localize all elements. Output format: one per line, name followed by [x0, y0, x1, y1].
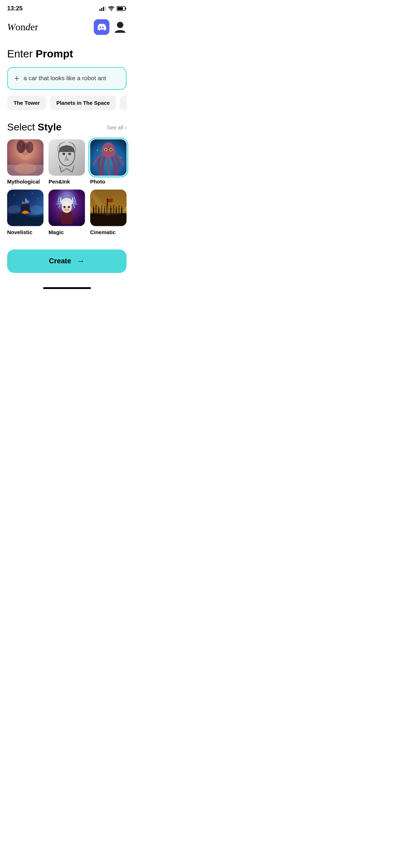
svg-point-49 — [63, 206, 66, 208]
svg-point-13 — [22, 142, 28, 149]
style-label-mythological: Mythological — [7, 179, 43, 185]
prompt-input-text: a car that looks like a robot ant — [24, 75, 106, 82]
svg-rect-0 — [99, 9, 101, 11]
style-section-header: Select Style See all › — [7, 122, 127, 133]
header-icons — [94, 19, 127, 35]
see-all-button[interactable]: See all › — [107, 124, 127, 130]
svg-point-29 — [97, 150, 98, 151]
status-time: 13:25 — [7, 5, 22, 12]
svg-rect-46 — [61, 212, 72, 224]
svg-point-41 — [38, 198, 38, 199]
svg-rect-1 — [101, 8, 102, 11]
svg-point-18 — [62, 153, 65, 155]
style-thumb-magic — [48, 190, 85, 226]
status-icons — [99, 6, 127, 11]
style-item-photo[interactable]: Photo — [90, 139, 127, 185]
suggestion-chip-planets[interactable]: Planets in The Space — [50, 95, 116, 110]
style-item-magic[interactable]: Magic — [48, 190, 85, 235]
svg-rect-16 — [48, 139, 85, 176]
battery-icon — [117, 6, 127, 11]
svg-point-30 — [120, 157, 122, 158]
style-label-penink: Pen&Ink — [48, 179, 85, 185]
svg-point-42 — [10, 200, 11, 201]
svg-rect-77 — [108, 199, 113, 202]
style-label-cinematic: Cinematic — [90, 229, 127, 235]
svg-point-24 — [102, 142, 115, 158]
home-bar — [43, 287, 91, 289]
prompt-add-icon: + — [14, 73, 19, 83]
style-section-title: Select Style — [7, 122, 62, 133]
style-label-photo: Photo — [90, 179, 127, 185]
style-thumb-penink — [48, 139, 85, 176]
style-thumb-photo — [90, 139, 127, 176]
style-thumb-mythological — [7, 139, 43, 176]
svg-point-15 — [14, 163, 36, 174]
app-logo: Wonder — [7, 21, 38, 33]
create-button-label: Create — [49, 257, 71, 265]
style-thumb-cinematic — [90, 190, 127, 226]
svg-point-48 — [61, 198, 73, 207]
svg-point-36 — [23, 211, 28, 213]
signal-icon — [99, 6, 106, 11]
style-item-cinematic[interactable]: Cinematic — [90, 190, 127, 235]
svg-point-40 — [32, 193, 33, 194]
svg-point-27 — [105, 149, 107, 150]
suggestion-chip-the-tower[interactable]: The Tower — [7, 95, 46, 110]
style-label-magic: Magic — [48, 229, 85, 235]
svg-rect-2 — [103, 7, 104, 11]
prompt-input-container[interactable]: + a car that looks like a robot ant — [7, 67, 127, 90]
style-item-mythological[interactable]: Mythological — [7, 139, 43, 185]
svg-point-7 — [117, 22, 123, 28]
style-item-penink[interactable]: Pen&Ink — [48, 139, 85, 185]
svg-point-31 — [95, 161, 96, 161]
create-button-arrow: → — [77, 257, 85, 266]
wifi-icon — [108, 6, 114, 11]
main-content: Enter Prompt + a car that looks like a r… — [0, 41, 134, 235]
app-header: Wonder — [0, 15, 134, 41]
suggestions-list: The Tower Planets in The Space Foggy Fo.… — [7, 95, 127, 112]
home-indicator — [0, 284, 134, 292]
svg-rect-5 — [125, 7, 126, 10]
create-btn-container: Create → — [0, 249, 134, 284]
svg-point-39 — [14, 195, 15, 196]
style-item-novelistic[interactable]: Novelistic — [7, 190, 43, 235]
svg-point-37 — [8, 205, 21, 214]
profile-button[interactable] — [114, 21, 127, 33]
style-thumb-novelistic — [7, 190, 43, 226]
svg-point-38 — [30, 205, 43, 214]
svg-rect-6 — [117, 7, 123, 10]
status-bar: 13:25 — [0, 0, 134, 15]
svg-point-19 — [68, 153, 71, 155]
suggestion-chip-foggy[interactable]: Foggy Fo... — [120, 95, 127, 110]
svg-point-28 — [110, 149, 112, 150]
profile-icon — [114, 21, 126, 33]
discord-button[interactable] — [94, 19, 109, 35]
svg-rect-3 — [105, 6, 106, 11]
discord-icon — [97, 24, 106, 31]
style-grid: Mythological — [7, 139, 127, 235]
svg-point-50 — [68, 206, 70, 208]
svg-rect-76 — [107, 199, 108, 207]
style-label-novelistic: Novelistic — [7, 229, 43, 235]
create-button[interactable]: Create → — [7, 249, 127, 273]
prompt-section-title: Enter Prompt — [7, 48, 127, 60]
